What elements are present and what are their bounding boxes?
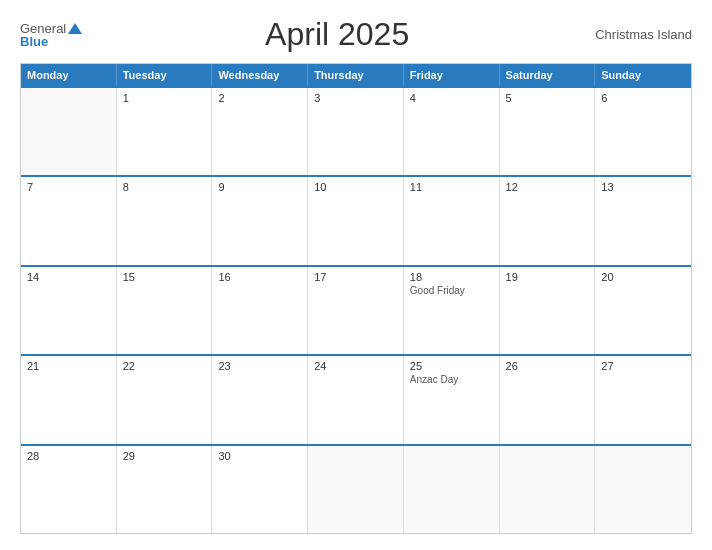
day-number: 4 <box>410 92 493 104</box>
calendar-cell: 8 <box>117 177 213 264</box>
day-number: 5 <box>506 92 589 104</box>
day-of-week-header: Friday <box>404 64 500 86</box>
day-number: 28 <box>27 450 110 462</box>
day-number: 22 <box>123 360 206 372</box>
calendar-cell: 9 <box>212 177 308 264</box>
day-number: 21 <box>27 360 110 372</box>
day-number: 6 <box>601 92 685 104</box>
day-number: 25 <box>410 360 493 372</box>
calendar-cell: 14 <box>21 267 117 354</box>
calendar-cell: 25Anzac Day <box>404 356 500 443</box>
region-label: Christmas Island <box>592 27 692 42</box>
day-number: 15 <box>123 271 206 283</box>
calendar-cell: 19 <box>500 267 596 354</box>
calendar-cell: 13 <box>595 177 691 264</box>
day-number: 29 <box>123 450 206 462</box>
day-number: 2 <box>218 92 301 104</box>
calendar: MondayTuesdayWednesdayThursdayFridaySatu… <box>20 63 692 534</box>
calendar-header-row: MondayTuesdayWednesdayThursdayFridaySatu… <box>21 64 691 86</box>
calendar-cell: 20 <box>595 267 691 354</box>
holiday-label: Good Friday <box>410 285 493 296</box>
calendar-week-row: 282930 <box>21 444 691 533</box>
day-number: 10 <box>314 181 397 193</box>
calendar-cell: 12 <box>500 177 596 264</box>
day-number: 23 <box>218 360 301 372</box>
day-number: 12 <box>506 181 589 193</box>
day-number: 16 <box>218 271 301 283</box>
day-number: 13 <box>601 181 685 193</box>
calendar-cell: 21 <box>21 356 117 443</box>
day-number: 20 <box>601 271 685 283</box>
calendar-week-row: 123456 <box>21 86 691 175</box>
page-header: General Blue April 2025 Christmas Island <box>20 16 692 53</box>
calendar-cell <box>21 88 117 175</box>
calendar-cell: 3 <box>308 88 404 175</box>
logo-triangle-icon <box>68 23 82 34</box>
day-number: 30 <box>218 450 301 462</box>
day-number: 7 <box>27 181 110 193</box>
calendar-cell: 24 <box>308 356 404 443</box>
calendar-cell: 17 <box>308 267 404 354</box>
calendar-title: April 2025 <box>82 16 592 53</box>
day-of-week-header: Saturday <box>500 64 596 86</box>
day-number: 1 <box>123 92 206 104</box>
day-number: 14 <box>27 271 110 283</box>
calendar-cell: 30 <box>212 446 308 533</box>
logo-blue-text: Blue <box>20 35 82 48</box>
day-number: 27 <box>601 360 685 372</box>
logo-general-text: General <box>20 22 66 35</box>
day-number: 26 <box>506 360 589 372</box>
calendar-cell: 4 <box>404 88 500 175</box>
calendar-cell: 11 <box>404 177 500 264</box>
day-number: 9 <box>218 181 301 193</box>
day-of-week-header: Wednesday <box>212 64 308 86</box>
calendar-cell: 22 <box>117 356 213 443</box>
calendar-cell: 15 <box>117 267 213 354</box>
calendar-cell: 29 <box>117 446 213 533</box>
day-number: 24 <box>314 360 397 372</box>
calendar-cell: 16 <box>212 267 308 354</box>
calendar-week-row: 2122232425Anzac Day2627 <box>21 354 691 443</box>
calendar-cell <box>595 446 691 533</box>
day-number: 19 <box>506 271 589 283</box>
calendar-cell <box>308 446 404 533</box>
day-number: 11 <box>410 181 493 193</box>
calendar-cell: 1 <box>117 88 213 175</box>
calendar-cell: 10 <box>308 177 404 264</box>
calendar-cell: 26 <box>500 356 596 443</box>
day-number: 8 <box>123 181 206 193</box>
calendar-week-row: 1415161718Good Friday1920 <box>21 265 691 354</box>
calendar-cell <box>500 446 596 533</box>
calendar-body: 123456789101112131415161718Good Friday19… <box>21 86 691 533</box>
day-of-week-header: Sunday <box>595 64 691 86</box>
day-of-week-header: Tuesday <box>117 64 213 86</box>
calendar-cell: 2 <box>212 88 308 175</box>
calendar-cell: 23 <box>212 356 308 443</box>
calendar-week-row: 78910111213 <box>21 175 691 264</box>
day-number: 17 <box>314 271 397 283</box>
day-of-week-header: Thursday <box>308 64 404 86</box>
calendar-cell: 27 <box>595 356 691 443</box>
day-of-week-header: Monday <box>21 64 117 86</box>
calendar-cell: 18Good Friday <box>404 267 500 354</box>
calendar-cell: 5 <box>500 88 596 175</box>
day-number: 18 <box>410 271 493 283</box>
calendar-cell <box>404 446 500 533</box>
logo: General Blue <box>20 22 82 48</box>
calendar-cell: 28 <box>21 446 117 533</box>
calendar-cell: 7 <box>21 177 117 264</box>
holiday-label: Anzac Day <box>410 374 493 385</box>
calendar-cell: 6 <box>595 88 691 175</box>
day-number: 3 <box>314 92 397 104</box>
